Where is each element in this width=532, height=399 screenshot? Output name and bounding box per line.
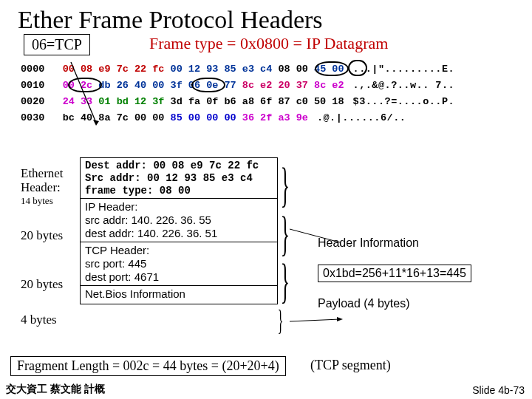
ring-060e <box>191 78 225 92</box>
ring-002c <box>68 78 102 92</box>
payload-label: Payload (4 bytes) <box>318 297 521 310</box>
left-labels: Ethernet Header: 14 bytes 20 bytes 20 by… <box>21 163 72 331</box>
hex-calc-box: 0x1bd=256+11*16+13=445 <box>318 265 471 282</box>
ip-label: 20 bytes <box>21 211 72 260</box>
frame-type-text: Frame type = 0x0800 = IP Datagram <box>149 34 388 53</box>
field-boxes: Dest addr: 00 08 e9 7c 22 fc Src addr: 0… <box>80 158 278 304</box>
brace-4: } <box>278 303 284 338</box>
hex-row-0: 0000 00 08 e9 7c 22 fc 00 12 93 85 e3 c4… <box>21 61 523 78</box>
footer-right: Slide 4b-73 <box>472 384 525 396</box>
slide-title: Ether Frame Protocol Headers <box>0 0 532 34</box>
hex-row-3: 0030 bc 40 8a 7c 00 00 85 00 00 00 36 2f… <box>21 110 523 126</box>
ring-0800 <box>315 61 349 76</box>
header-info: Header Information <box>318 236 521 250</box>
nb-box: Net.Bios Information <box>80 285 278 304</box>
right-column: Header Information 0x1bd=256+11*16+13=44… <box>318 236 521 325</box>
eth-box: Dest addr: 00 08 e9 7c 22 fc Src addr: 0… <box>80 157 278 199</box>
subtitle-row: 06=TCP Frame type = 0x0800 = IP Datagram <box>0 34 532 55</box>
brace-1: } <box>281 157 290 213</box>
tcp-label: 20 bytes <box>21 260 72 309</box>
ip-box: IP Header: src addr: 140. 226. 36. 55 de… <box>80 198 278 242</box>
footer-left: 交大資工 蔡文能 計概 <box>6 383 105 396</box>
tcp-box: 06=TCP <box>24 34 90 55</box>
fragment-length-box: Fragment Length = 002c = 44 bytes = (20+… <box>10 356 286 376</box>
hex-row-2: 0020 24 33 01 bd 12 3f 3d fa 0f b6 a8 6f… <box>21 94 523 110</box>
brace-3: } <box>281 253 290 309</box>
tcp-box-field: TCP Header: src port: 445 dest port: 467… <box>80 242 278 286</box>
eth-label: Ethernet Header: 14 bytes <box>21 163 72 211</box>
hex-dump: 0000 00 08 e9 7c 22 fc 00 12 93 85 e3 c4… <box>21 61 523 126</box>
ring-45 <box>348 60 367 76</box>
nb-label: 4 bytes <box>21 309 72 331</box>
tcp-segment-label: (TCP segment) <box>310 358 391 373</box>
